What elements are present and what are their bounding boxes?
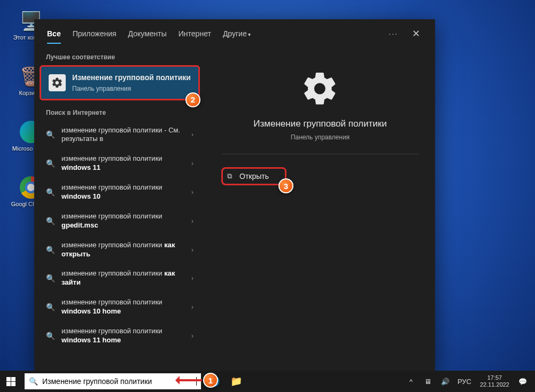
tray-notifications-icon[interactable]: 💬 [516,378,530,386]
options-icon[interactable]: ··· [389,29,398,38]
tray-date: 22.11.2022 [480,381,509,388]
gear-icon [49,74,66,91]
tab-documents[interactable]: Документы [128,29,167,38]
web-result-text: изменение групповой политики windows 11 [61,154,185,173]
chevron-right-icon: › [191,332,193,340]
web-result-text: изменение групповой политики windows 10 [61,183,185,201]
best-match-subtitle: Панель управления [72,85,191,92]
taskbar: 🔍 Изменение групповой политики 🌐 📁 ^ 🖥 🔊… [0,371,535,392]
annotation-arrow [177,379,202,381]
web-result[interactable]: 🔍 изменение групповой политики как зайти… [34,264,205,293]
section-web-search: Поиск в Интернете [34,104,205,121]
annotation-3: 3 [278,178,293,193]
chevron-right-icon: › [191,303,193,311]
annotation-2: 2 [185,92,200,107]
open-icon: ⧉ [227,172,232,181]
tab-apps[interactable]: Приложения [73,29,117,38]
tray-volume-icon[interactable]: 🔊 [438,378,452,386]
search-icon: 🔍 [46,217,55,225]
open-button[interactable]: ⧉ Открыть 3 [221,167,286,185]
details-subtitle: Панель управления [291,134,350,141]
chevron-right-icon: › [191,160,193,167]
divider [221,154,419,154]
tab-underline [47,43,61,44]
search-icon: 🔍 [46,159,55,168]
chevron-right-icon: › [191,131,193,138]
search-icon: 🔍 [46,332,55,340]
close-icon[interactable]: ✕ [410,28,422,40]
details-pane: Изменение групповой политики Панель упра… [205,48,435,372]
gear-icon [301,69,339,108]
tab-internet[interactable]: Интернет [179,29,211,38]
search-icon: 🔍 [46,303,55,311]
web-result[interactable]: 🔍 изменение групповой политики - См. рез… [34,121,205,150]
search-icon: 🔍 [46,274,55,283]
start-button[interactable] [0,371,21,392]
windows-icon [6,377,15,386]
tray-clock[interactable]: 17:57 22.11.2022 [477,374,513,388]
web-result-text: изменение групповой политики как открыть [61,241,185,259]
open-label: Открыть [239,172,269,181]
web-result[interactable]: 🔍 изменение групповой политики windows 1… [34,178,205,207]
web-result-text: изменение групповой политики как зайти [61,269,185,287]
search-icon: 🔍 [46,246,55,254]
best-match-title: Изменение групповой политики [72,73,191,83]
search-panel: Все Приложения Документы Интернет Другие… [34,19,435,371]
search-icon: 🔍 [29,377,38,386]
taskbar-pinned-explorer[interactable]: 📁 [227,371,246,392]
tray-language[interactable]: РУС [455,378,474,386]
search-icon: 🔍 [46,188,55,197]
tab-more[interactable]: Другие [223,29,251,38]
web-result[interactable]: 🔍 изменение групповой политики windows 1… [34,293,205,322]
web-result-text: изменение групповой политики - См. резул… [61,126,185,144]
search-input[interactable]: Изменение групповой политики [42,377,192,386]
web-result[interactable]: 🔍 изменение групповой политики windows 1… [34,149,205,178]
web-result[interactable]: 🔍 изменение групповой политики gpedit.ms… [34,207,205,236]
tray-display-icon[interactable]: 🖥 [421,378,435,386]
web-result-text: изменение групповой политики windows 10 … [61,298,185,316]
web-result[interactable]: 🔍 изменение групповой политики windows 1… [34,322,205,350]
search-tabs: Все Приложения Документы Интернет Другие… [34,19,435,48]
chevron-right-icon: › [191,189,193,196]
details-title: Изменение групповой политики [253,119,386,129]
chevron-right-icon: › [191,217,193,225]
search-icon: 🔍 [46,130,55,139]
tray-time: 17:57 [480,374,509,381]
results-column: Лучшее соответствие Изменение групповой … [34,48,205,372]
chevron-right-icon: › [191,246,193,254]
annotation-1: 1 [203,373,218,388]
tray-chevron-icon[interactable]: ^ [404,378,418,386]
best-match-result[interactable]: Изменение групповой политики Панель упра… [40,65,200,100]
web-result[interactable]: 🔍 изменение групповой политики как откры… [34,236,205,264]
web-result-text: изменение групповой политики gpedit.msc [61,212,185,230]
chevron-right-icon: › [191,275,193,282]
section-best-match: Лучшее соответствие [34,48,205,65]
web-result-text: изменение групповой политики windows 11 … [61,327,185,345]
tab-all[interactable]: Все [47,29,61,38]
search-body: Лучшее соответствие Изменение групповой … [34,48,435,372]
